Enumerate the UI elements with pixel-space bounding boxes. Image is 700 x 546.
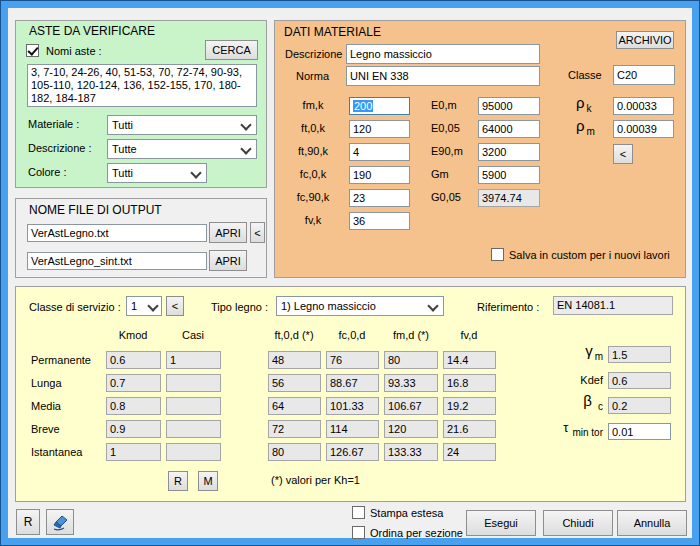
permanente-kmod-field: 0.6 (106, 351, 161, 369)
chevron-down-icon (147, 300, 158, 311)
permanente-casi-field: 1 (166, 351, 221, 369)
rho-letter: ρ (576, 117, 585, 134)
fmk-label: fm,k (303, 99, 324, 111)
norma-label: Norma (296, 70, 329, 82)
stampa-estesa-label: Stampa estesa (370, 507, 443, 519)
colore-select[interactable]: Tutti (107, 163, 207, 183)
lunga-casi-field (166, 374, 221, 392)
annulla-button[interactable]: Annulla (617, 510, 687, 536)
classe-servizio-label: Classe di servizio : (29, 301, 121, 313)
aste-panel-title: ASTE DA VERIFICARE (29, 24, 155, 38)
fvk-field[interactable]: 36 (349, 212, 410, 230)
kh-note: (*) valori per Kh=1 (271, 474, 360, 486)
lunga-fmd-field: 93.33 (384, 374, 438, 392)
eraser-button[interactable] (46, 509, 74, 535)
apri2-button[interactable]: APRI (209, 250, 247, 271)
chevron-down-icon (427, 300, 438, 311)
lunga-ft0d-field: 56 (268, 374, 321, 392)
fc0d-header: fc,0,d (339, 329, 366, 341)
fvk-label: fv,k (305, 214, 321, 226)
fmk-value: 200 (353, 100, 373, 112)
fc90k-field[interactable]: 23 (349, 189, 410, 207)
row-label: Breve (31, 423, 60, 435)
ordina-sezione-checkbox[interactable] (352, 526, 365, 539)
ft0k-field[interactable]: 120 (349, 120, 410, 138)
less-materiale-button[interactable]: < (613, 144, 633, 164)
descrizione-label: Descrizione (285, 48, 342, 60)
salva-custom-label: Salva in custom per i nuovi lavori (509, 249, 670, 261)
rhok-field[interactable]: 0.00033 (613, 97, 674, 115)
media-fmd-field: 106.67 (384, 397, 438, 415)
output-file1-field[interactable]: VerAstLegno.txt (27, 224, 207, 242)
descrizione-field[interactable]: Legno massiccio (346, 44, 540, 64)
istantanea-fvd-field: 24 (443, 443, 496, 461)
nomi-aste-checkbox[interactable] (26, 44, 39, 57)
aste-panel: ASTE DA VERIFICARE Nomi aste : CERCA 3, … (15, 20, 267, 188)
aste-names-input[interactable]: 3, 7-10, 24-26, 40, 51-53, 70, 72-74, 90… (27, 64, 257, 107)
permanente-fc0d-field: 76 (326, 351, 379, 369)
tipo-legno-select[interactable]: 1) Legno massiccio (276, 296, 444, 316)
classe-servizio-value: 1 (131, 300, 137, 312)
servizio-panel: Classe di servizio : 1 < Tipo legno : 1)… (15, 286, 686, 502)
chevron-down-icon (240, 119, 251, 130)
less-output-button[interactable]: < (250, 222, 265, 243)
fvd-header: fv,d (461, 329, 478, 341)
colore-value: Tutti (112, 167, 133, 179)
riferimento-label: Riferimento : (477, 301, 539, 313)
tau-letter: τ (563, 420, 568, 435)
e90m-label: E90,m (431, 145, 463, 157)
fmk-field[interactable]: 200 (349, 97, 410, 115)
classe-field[interactable]: C20 (613, 65, 675, 85)
descrizione-filter-value: Tutte (112, 143, 137, 155)
e005-field[interactable]: 64000 (478, 120, 540, 138)
output-file2-field[interactable]: VerAstLegno_sint.txt (27, 252, 207, 270)
breve-fc0d-field: 114 (326, 420, 379, 438)
row-label: Media (31, 400, 61, 412)
cerca-button[interactable]: CERCA (205, 40, 258, 60)
media-kmod-field: 0.8 (106, 397, 161, 415)
stampa-estesa-checkbox[interactable] (352, 506, 365, 519)
materiale-label: Materiale : (28, 118, 79, 130)
riferimento-field: EN 14081.1 (553, 296, 673, 315)
e90m-field[interactable]: 3200 (478, 143, 540, 161)
media-fvd-field: 19.2 (443, 397, 496, 415)
less-servizio-button[interactable]: < (166, 296, 184, 316)
breve-kmod-field: 0.9 (106, 420, 161, 438)
g005-field: 3974.74 (478, 189, 540, 207)
descrizione-select[interactable]: Tutte (107, 139, 257, 159)
ft90k-label: ft,90,k (298, 145, 328, 157)
permanente-fmd-field: 80 (384, 351, 438, 369)
gm-field[interactable]: 5900 (478, 166, 540, 184)
rho-letter: ρ (576, 94, 585, 111)
norma-field[interactable]: UNI EN 338 (346, 66, 540, 86)
tau-min-tor-field[interactable]: 0.01 (608, 423, 671, 440)
r-coefficients-button[interactable]: R (168, 471, 188, 491)
esegui-button[interactable]: Esegui (466, 510, 536, 536)
beta-sub: c (598, 401, 603, 412)
r-footer-button[interactable]: R (16, 509, 40, 535)
casi-header: Casi (182, 329, 204, 341)
chiudi-button[interactable]: Chiudi (543, 510, 613, 536)
breve-fvd-field: 21.6 (443, 420, 496, 438)
classe-servizio-select[interactable]: 1 (126, 296, 162, 316)
m-coefficients-button[interactable]: M (198, 471, 218, 491)
lunga-fvd-field: 16.8 (443, 374, 496, 392)
media-ft0d-field: 64 (268, 397, 321, 415)
apri1-button[interactable]: APRI (209, 222, 247, 243)
istantanea-kmod-field: 1 (106, 443, 161, 461)
row-label: Lunga (31, 377, 62, 389)
dialog-window: ASTE DA VERIFICARE Nomi aste : CERCA 3, … (0, 0, 700, 546)
nomi-aste-label: Nomi aste : (46, 45, 102, 57)
gm-label: Gm (431, 168, 449, 180)
salva-custom-checkbox[interactable] (491, 248, 504, 261)
rhom-field[interactable]: 0.00039 (613, 120, 674, 138)
ft90k-field[interactable]: 4 (349, 143, 410, 161)
fc0k-field[interactable]: 190 (349, 166, 410, 184)
e005-label: E0,05 (431, 122, 460, 134)
e0m-field[interactable]: 95000 (478, 97, 540, 115)
archivio-button[interactable]: ARCHIVIO (616, 31, 674, 49)
materiale-select[interactable]: Tutti (107, 115, 257, 135)
materiale-panel: DATI MATERIALE ARCHIVIO Descrizione Legn… (274, 20, 686, 278)
fc0k-label: fc,0,k (300, 168, 326, 180)
g005-label: G0,05 (431, 191, 461, 203)
